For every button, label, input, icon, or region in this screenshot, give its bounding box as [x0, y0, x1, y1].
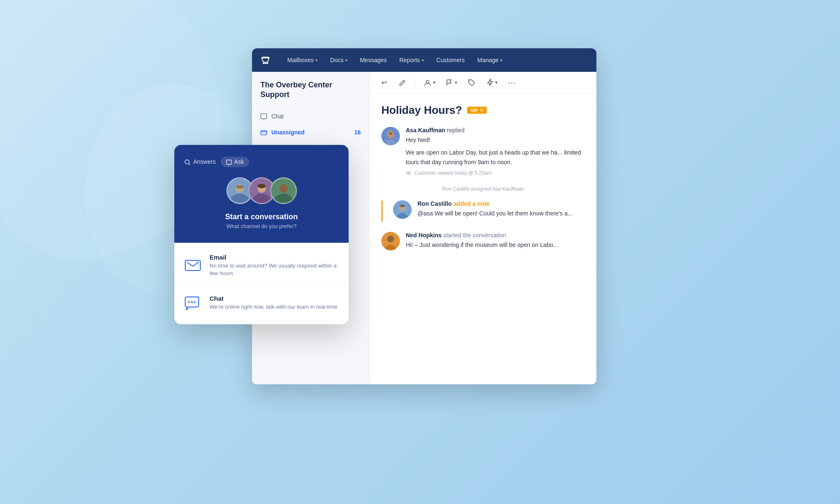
nav-messages[interactable]: Messages — [360, 57, 387, 63]
svg-point-2 — [470, 81, 471, 81]
avatar-asa — [381, 127, 400, 145]
search-icon — [184, 158, 191, 165]
widget-tab-ask[interactable]: Ask — [221, 157, 249, 167]
flag-button[interactable]: ▾ — [442, 75, 461, 90]
conversation-title: Holiday Hours? — [381, 104, 462, 117]
vip-badge: VIP ✕ — [467, 107, 487, 114]
widget-tab-answers[interactable]: Answers — [184, 157, 216, 167]
message-text-note: @asa We will be open! Could you let them… — [417, 209, 585, 218]
edit-button[interactable] — [395, 75, 410, 90]
toolbar: ↩ ▾ — [370, 72, 596, 94]
chat-option[interactable]: + Chat We're online right now, talk with… — [174, 285, 349, 321]
message-text-ned: Hi! – Just wondering if the museum will … — [406, 240, 585, 249]
svg-point-13 — [185, 160, 189, 164]
vip-close-icon[interactable]: ✕ — [480, 108, 483, 113]
nav-manage[interactable]: Manage ▾ — [477, 57, 502, 63]
chat-option-title: Chat — [210, 295, 337, 302]
sidebar-title: The Overbey Center Support — [252, 80, 369, 108]
message-action: replied — [447, 127, 465, 134]
svg-rect-17 — [236, 185, 243, 189]
sidebar-unassigned-label: Unassigned — [271, 129, 304, 136]
conversation-area: Holiday Hours? VIP ✕ — [370, 94, 596, 384]
nav-docs-chevron: ▾ — [345, 58, 347, 63]
message-action-note: added a note — [454, 200, 490, 207]
message-body-ned: Ned Hopkins started the conversation Hi!… — [406, 232, 585, 253]
message-header-note: Ron Castillo added a note — [417, 200, 585, 207]
widget-title: Start a conversation — [184, 213, 339, 221]
svg-text:+: + — [197, 295, 200, 299]
svg-line-14 — [189, 163, 191, 165]
flag-icon — [446, 79, 453, 87]
svg-point-27 — [194, 301, 196, 303]
nav-manage-chevron: ▾ — [500, 58, 502, 63]
widget-options: Email No time to wait around? We usually… — [174, 243, 349, 324]
svg-rect-10 — [400, 205, 405, 207]
message-body: Asa Kauffman replied Hey Ned! We are ope… — [406, 127, 585, 176]
ask-tab-label: Ask — [234, 158, 244, 165]
svg-point-7 — [408, 173, 410, 174]
widget-tabs: Answers Ask — [184, 157, 339, 167]
undo-icon: ↩ — [381, 79, 387, 87]
message-header: Asa Kauffman replied — [406, 127, 585, 134]
avatar-ron — [393, 200, 412, 219]
sidebar-item-chat[interactable]: Chat — [252, 108, 369, 124]
conversation-title-row: Holiday Hours? VIP ✕ — [381, 104, 585, 117]
tag-button[interactable] — [464, 75, 479, 90]
unassigned-icon — [260, 129, 267, 136]
svg-point-25 — [188, 301, 190, 303]
sidebar-item-unassigned[interactable]: Unassigned 16 — [252, 124, 369, 140]
nav-reports[interactable]: Reports ▾ — [399, 57, 424, 63]
assign-icon — [424, 79, 431, 87]
note-indicator — [381, 200, 383, 221]
email-option-desc: No time to wait around? We usually respo… — [210, 262, 340, 277]
unassigned-badge: 16 — [354, 129, 361, 136]
nav-docs-label: Docs — [330, 57, 344, 63]
action-button[interactable]: ▾ — [483, 75, 501, 90]
undo-button[interactable]: ↩ — [376, 75, 391, 90]
message-item: Asa Kauffman replied Hey Ned! We are ope… — [381, 127, 585, 176]
chat-option-text: Chat We're online right now, talk with o… — [210, 295, 337, 311]
nav-reports-label: Reports — [399, 57, 420, 63]
nav-reports-chevron: ▾ — [422, 58, 424, 63]
svg-point-6 — [389, 132, 392, 135]
message-header-ned: Ned Hopkins started the conversation — [406, 232, 585, 239]
sidebar-chat-label: Chat — [271, 113, 284, 120]
assign-button[interactable]: ▾ — [420, 75, 439, 90]
widget-avatars — [184, 177, 339, 204]
message-item-note: Ron Castillo added a note @asa We will b… — [381, 200, 585, 221]
email-option[interactable]: Email No time to wait around? We usually… — [174, 246, 349, 285]
edit-icon — [399, 79, 406, 87]
tag-icon — [468, 79, 475, 87]
chat-widget: Answers Ask — [174, 145, 349, 324]
chat-icon — [260, 113, 267, 120]
message-item-ned: Ned Hopkins started the conversation Hi!… — [381, 232, 585, 253]
more-button[interactable]: ··· — [504, 75, 520, 90]
widget-header: Answers Ask — [174, 145, 349, 243]
system-message: Ron Castillo assigned Asa Kauffman — [381, 186, 585, 192]
message-body-note: Ron Castillo added a note @asa We will b… — [417, 200, 585, 221]
email-icon — [183, 255, 203, 276]
agent-avatar-3 — [270, 177, 297, 204]
action-icon — [486, 79, 494, 87]
message-sender-ron: Ron Castillo — [417, 200, 452, 207]
message-sender-ned: Ned Hopkins — [406, 232, 442, 239]
svg-rect-0 — [261, 131, 267, 135]
nav-customers[interactable]: Customers — [436, 57, 465, 63]
svg-point-12 — [387, 236, 394, 242]
message-sender: Asa Kauffman — [406, 127, 445, 134]
message-text-1: Hey Ned! — [406, 135, 585, 144]
navbar: Mailboxes ▾ Docs ▾ Messages Reports ▾ Cu… — [252, 48, 596, 72]
svg-rect-23 — [185, 260, 200, 270]
nav-customers-label: Customers — [436, 57, 465, 63]
nav-mailboxes[interactable]: Mailboxes ▾ — [287, 57, 318, 63]
assign-chevron: ▾ — [433, 80, 436, 85]
nav-docs[interactable]: Docs ▾ — [330, 57, 347, 63]
logo — [260, 55, 270, 66]
nav-mailboxes-label: Mailboxes — [287, 57, 314, 63]
answers-tab-label: Answers — [193, 158, 216, 165]
chat-option-desc: We're online right now, talk with our te… — [210, 303, 337, 311]
eye-icon — [406, 170, 412, 176]
widget-subtitle: What channel do you prefer? — [184, 223, 339, 229]
flag-chevron: ▾ — [455, 80, 457, 85]
avatar-ned — [381, 232, 400, 250]
